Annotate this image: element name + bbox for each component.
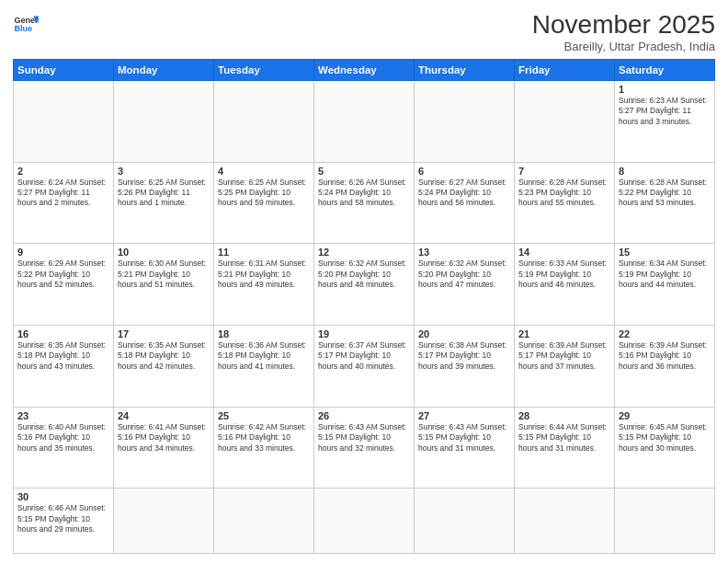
title-block: November 2025 Bareilly, Uttar Pradesh, I…: [532, 11, 715, 53]
month-title: November 2025: [532, 11, 715, 40]
day-info: Sunrise: 6:37 AM Sunset: 5:17 PM Dayligh…: [318, 340, 410, 372]
day-info: Sunrise: 6:33 AM Sunset: 5:19 PM Dayligh…: [518, 259, 610, 290]
calendar-week-row: 1Sunrise: 6:23 AM Sunset: 5:27 PM Daylig…: [14, 80, 715, 162]
day-info: Sunrise: 6:23 AM Sunset: 5:27 PM Dayligh…: [619, 96, 711, 127]
day-number: 7: [518, 166, 610, 177]
day-info: Sunrise: 6:35 AM Sunset: 5:18 PM Dayligh…: [17, 340, 109, 372]
day-number: 18: [218, 328, 310, 339]
calendar-cell: 23Sunrise: 6:40 AM Sunset: 5:16 PM Dayli…: [14, 407, 114, 488]
day-info: Sunrise: 6:43 AM Sunset: 5:15 PM Dayligh…: [418, 422, 510, 454]
location-subtitle: Bareilly, Uttar Pradesh, India: [532, 40, 715, 53]
weekday-header-friday: Friday: [515, 59, 615, 80]
day-number: 5: [318, 166, 410, 177]
weekday-header-sunday: Sunday: [14, 59, 114, 80]
calendar-cell: [415, 488, 515, 554]
calendar-cell: 10Sunrise: 6:30 AM Sunset: 5:21 PM Dayli…: [114, 244, 214, 326]
calendar-cell: 8Sunrise: 6:28 AM Sunset: 5:22 PM Daylig…: [615, 162, 715, 244]
day-info: Sunrise: 6:30 AM Sunset: 5:21 PM Dayligh…: [118, 259, 210, 290]
day-number: 24: [118, 410, 210, 421]
calendar-cell: [314, 488, 415, 554]
day-number: 21: [518, 328, 610, 339]
calendar-table: SundayMondayTuesdayWednesdayThursdayFrid…: [13, 59, 715, 554]
weekday-header-saturday: Saturday: [615, 59, 715, 80]
day-number: 12: [318, 247, 410, 258]
day-number: 14: [518, 247, 610, 258]
day-info: Sunrise: 6:40 AM Sunset: 5:16 PM Dayligh…: [17, 422, 109, 454]
day-number: 25: [218, 410, 310, 421]
svg-text:Blue: Blue: [14, 24, 32, 33]
day-info: Sunrise: 6:43 AM Sunset: 5:15 PM Dayligh…: [318, 422, 410, 454]
calendar-cell: 16Sunrise: 6:35 AM Sunset: 5:18 PM Dayli…: [14, 325, 114, 407]
day-info: Sunrise: 6:26 AM Sunset: 5:24 PM Dayligh…: [318, 178, 410, 209]
calendar-cell: [415, 80, 515, 162]
day-info: Sunrise: 6:42 AM Sunset: 5:16 PM Dayligh…: [218, 422, 310, 454]
weekday-header-monday: Monday: [114, 59, 214, 80]
calendar-cell: 30Sunrise: 6:46 AM Sunset: 5:15 PM Dayli…: [14, 488, 114, 554]
calendar-cell: 18Sunrise: 6:36 AM Sunset: 5:18 PM Dayli…: [214, 325, 314, 407]
calendar-cell: 6Sunrise: 6:27 AM Sunset: 5:24 PM Daylig…: [415, 162, 515, 244]
day-info: Sunrise: 6:32 AM Sunset: 5:20 PM Dayligh…: [418, 259, 510, 290]
day-info: Sunrise: 6:25 AM Sunset: 5:25 PM Dayligh…: [218, 178, 310, 209]
day-number: 30: [17, 491, 109, 502]
day-number: 4: [218, 166, 310, 177]
calendar-cell: 12Sunrise: 6:32 AM Sunset: 5:20 PM Dayli…: [314, 244, 415, 326]
weekday-header-wednesday: Wednesday: [314, 59, 415, 80]
calendar-cell: 28Sunrise: 6:44 AM Sunset: 5:15 PM Dayli…: [515, 407, 615, 488]
calendar-cell: 15Sunrise: 6:34 AM Sunset: 5:19 PM Dayli…: [615, 244, 715, 326]
calendar-cell: 25Sunrise: 6:42 AM Sunset: 5:16 PM Dayli…: [214, 407, 314, 488]
day-info: Sunrise: 6:46 AM Sunset: 5:15 PM Dayligh…: [17, 503, 109, 534]
day-info: Sunrise: 6:39 AM Sunset: 5:16 PM Dayligh…: [619, 340, 711, 372]
day-number: 13: [418, 247, 510, 258]
day-info: Sunrise: 6:31 AM Sunset: 5:21 PM Dayligh…: [218, 259, 310, 290]
weekday-header-thursday: Thursday: [415, 59, 515, 80]
day-info: Sunrise: 6:28 AM Sunset: 5:23 PM Dayligh…: [518, 178, 610, 209]
day-info: Sunrise: 6:35 AM Sunset: 5:18 PM Dayligh…: [118, 340, 210, 372]
calendar-cell: [114, 488, 214, 554]
day-number: 6: [418, 166, 510, 177]
day-number: 27: [418, 410, 510, 421]
day-info: Sunrise: 6:38 AM Sunset: 5:17 PM Dayligh…: [418, 340, 510, 372]
calendar-cell: 26Sunrise: 6:43 AM Sunset: 5:15 PM Dayli…: [314, 407, 415, 488]
page: General Blue November 2025 Bareilly, Utt…: [0, 0, 728, 563]
calendar-cell: 14Sunrise: 6:33 AM Sunset: 5:19 PM Dayli…: [515, 244, 615, 326]
calendar-cell: 9Sunrise: 6:29 AM Sunset: 5:22 PM Daylig…: [14, 244, 114, 326]
day-number: 26: [318, 410, 410, 421]
calendar-week-row: 2Sunrise: 6:24 AM Sunset: 5:27 PM Daylig…: [14, 162, 715, 244]
day-number: 8: [619, 166, 711, 177]
day-number: 17: [118, 328, 210, 339]
calendar-cell: [14, 80, 114, 162]
day-info: Sunrise: 6:28 AM Sunset: 5:22 PM Dayligh…: [619, 178, 711, 209]
day-number: 19: [318, 328, 410, 339]
day-info: Sunrise: 6:39 AM Sunset: 5:17 PM Dayligh…: [518, 340, 610, 372]
weekday-header-tuesday: Tuesday: [214, 59, 314, 80]
logo: General Blue: [13, 11, 39, 37]
calendar-cell: 29Sunrise: 6:45 AM Sunset: 5:15 PM Dayli…: [615, 407, 715, 488]
calendar-cell: 21Sunrise: 6:39 AM Sunset: 5:17 PM Dayli…: [515, 325, 615, 407]
day-number: 1: [619, 84, 711, 95]
header: General Blue November 2025 Bareilly, Utt…: [13, 11, 715, 53]
day-info: Sunrise: 6:36 AM Sunset: 5:18 PM Dayligh…: [218, 340, 310, 372]
calendar-week-row: 30Sunrise: 6:46 AM Sunset: 5:15 PM Dayli…: [14, 488, 715, 554]
day-number: 15: [619, 247, 711, 258]
day-info: Sunrise: 6:25 AM Sunset: 5:26 PM Dayligh…: [118, 178, 210, 209]
calendar-cell: 5Sunrise: 6:26 AM Sunset: 5:24 PM Daylig…: [314, 162, 415, 244]
calendar-cell: 11Sunrise: 6:31 AM Sunset: 5:21 PM Dayli…: [214, 244, 314, 326]
calendar-cell: 13Sunrise: 6:32 AM Sunset: 5:20 PM Dayli…: [415, 244, 515, 326]
day-number: 3: [118, 166, 210, 177]
day-number: 28: [518, 410, 610, 421]
day-info: Sunrise: 6:34 AM Sunset: 5:19 PM Dayligh…: [619, 259, 711, 290]
calendar-cell: 20Sunrise: 6:38 AM Sunset: 5:17 PM Dayli…: [415, 325, 515, 407]
day-info: Sunrise: 6:44 AM Sunset: 5:15 PM Dayligh…: [518, 422, 610, 454]
calendar-cell: [214, 488, 314, 554]
calendar-cell: 17Sunrise: 6:35 AM Sunset: 5:18 PM Dayli…: [114, 325, 214, 407]
day-number: 29: [619, 410, 711, 421]
calendar-cell: 7Sunrise: 6:28 AM Sunset: 5:23 PM Daylig…: [515, 162, 615, 244]
day-number: 23: [17, 410, 109, 421]
calendar-week-row: 23Sunrise: 6:40 AM Sunset: 5:16 PM Dayli…: [14, 407, 715, 488]
calendar-cell: 3Sunrise: 6:25 AM Sunset: 5:26 PM Daylig…: [114, 162, 214, 244]
day-info: Sunrise: 6:27 AM Sunset: 5:24 PM Dayligh…: [418, 178, 510, 209]
calendar-cell: 22Sunrise: 6:39 AM Sunset: 5:16 PM Dayli…: [615, 325, 715, 407]
calendar-cell: [615, 488, 715, 554]
day-number: 2: [17, 166, 109, 177]
calendar-cell: [114, 80, 214, 162]
